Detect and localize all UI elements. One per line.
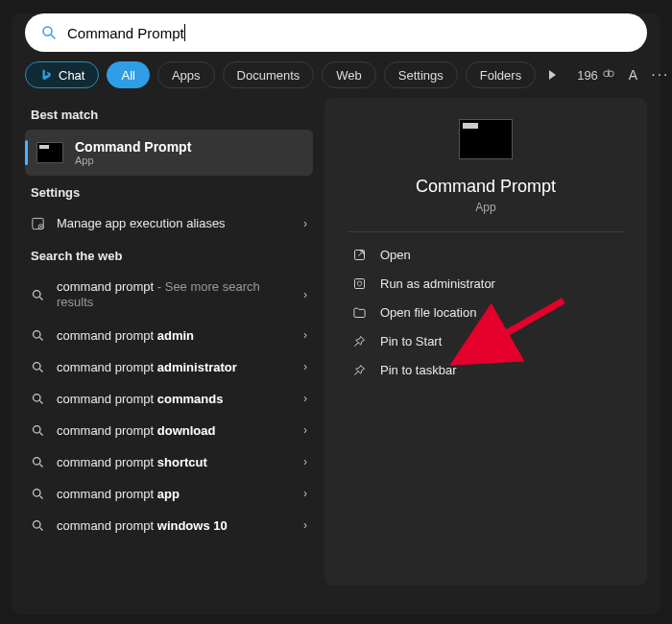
search-icon [31,487,45,501]
settings-gear-icon [31,216,45,230]
chevron-right-icon: › [303,217,307,230]
results-column: Best match Command Prompt App Settings M… [25,98,313,586]
search-bar[interactable]: Command Prompt [25,13,647,52]
svg-point-17 [34,457,41,465]
svg-line-8 [39,297,42,300]
rewards-icon [602,68,615,82]
content-columns: Best match Command Prompt App Settings M… [12,98,660,586]
pin-icon [351,362,367,377]
web-item-1[interactable]: command prompt admin › [25,320,313,351]
svg-point-21 [34,520,41,528]
rewards-button[interactable]: 196 [577,68,615,83]
filter-row: Chat All Apps Documents Web Settings Fol… [12,61,660,98]
folder-icon [351,304,367,320]
action-pin-taskbar[interactable]: Pin to taskbar [324,355,647,384]
filter-all[interactable]: All [107,61,149,88]
search-icon [31,288,45,302]
cmd-icon [36,142,63,163]
chevron-right-icon: › [303,360,307,373]
settings-header: Settings [25,176,313,207]
text-caret [184,24,185,41]
filter-more-button[interactable] [543,70,562,80]
best-match-item[interactable]: Command Prompt App [25,130,313,176]
action-pin-start[interactable]: Pin to Start [324,326,647,355]
preview-subtitle: App [324,201,647,214]
chevron-right-icon: › [303,288,307,301]
chevron-right-icon: › [303,392,307,405]
chevron-right-icon: › [303,455,307,468]
rewards-count: 196 [577,68,598,83]
filter-documents[interactable]: Documents [223,61,315,88]
search-icon [31,360,45,374]
search-icon [31,455,45,469]
action-run-admin[interactable]: Run as administrator [324,269,647,298]
action-run-admin-label: Run as administrator [380,276,495,291]
action-open-location[interactable]: Open file location [324,298,647,326]
web-header: Search the web [25,239,313,271]
preview-title: Command Prompt [324,177,647,197]
chevron-right-icon: › [303,423,307,437]
search-icon [31,518,45,533]
filter-apps[interactable]: Apps [157,61,215,88]
pin-icon [351,333,367,348]
search-icon [31,328,45,343]
svg-line-12 [39,369,42,372]
settings-item-label: Manage app execution aliases [57,216,226,230]
filter-web[interactable]: Web [322,61,376,88]
svg-point-6 [40,226,42,228]
settings-item-aliases[interactable]: Manage app execution aliases › [25,207,313,239]
web-item-6[interactable]: command prompt app › [25,478,313,510]
best-match-header: Best match [25,98,313,130]
svg-point-0 [43,27,52,36]
search-icon [31,423,45,438]
font-size-button[interactable]: A [629,67,637,83]
chevron-right-icon: › [303,328,307,342]
chat-label: Chat [59,68,84,83]
web-item-0[interactable]: command prompt - See more search results… [25,271,313,320]
filter-folders[interactable]: Folders [466,61,536,88]
search-panel: Command Prompt Chat All Apps Documents W… [12,13,660,614]
svg-line-20 [39,495,42,498]
web-item-7[interactable]: command prompt windows 10 › [25,510,313,541]
open-icon [351,247,367,262]
bing-icon [39,68,53,82]
svg-point-13 [34,394,41,401]
svg-point-19 [34,489,41,496]
svg-point-11 [34,362,41,370]
preview-pane: Command Prompt App Open Run as administr… [324,98,647,586]
svg-point-15 [34,425,41,433]
action-pin-taskbar-label: Pin to taskbar [380,363,457,377]
search-icon [40,24,58,41]
filter-settings[interactable]: Settings [384,61,458,88]
svg-line-1 [51,35,55,38]
svg-line-14 [39,400,42,403]
svg-line-16 [39,432,42,435]
shield-icon [351,276,367,291]
svg-point-7 [34,290,41,298]
action-open[interactable]: Open [324,240,647,269]
action-open-label: Open [380,248,411,262]
search-icon [31,392,45,406]
web-item-3[interactable]: command prompt commands › [25,383,313,415]
web-item-4[interactable]: command prompt download › [25,415,313,446]
svg-line-10 [39,337,42,340]
svg-line-22 [39,527,42,530]
topbar-right: 196 A ··· [577,61,672,88]
best-match-title: Command Prompt [75,139,191,155]
web-item-5[interactable]: command prompt shortcut › [25,446,313,478]
action-open-location-label: Open file location [380,305,476,320]
web-item-2[interactable]: command prompt administrator › [25,351,313,383]
divider [348,231,624,232]
play-icon [549,70,556,80]
chat-pill[interactable]: Chat [25,61,99,88]
preview-app-icon [459,119,513,159]
chevron-right-icon: › [303,518,307,532]
search-value: Command Prompt [67,25,184,41]
more-options-button[interactable]: ··· [651,67,669,83]
chevron-right-icon: › [303,487,307,500]
best-match-subtitle: App [75,155,191,166]
svg-rect-24 [354,278,364,288]
action-pin-start-label: Pin to Start [380,334,442,348]
svg-line-18 [39,464,42,467]
svg-point-9 [34,330,41,338]
